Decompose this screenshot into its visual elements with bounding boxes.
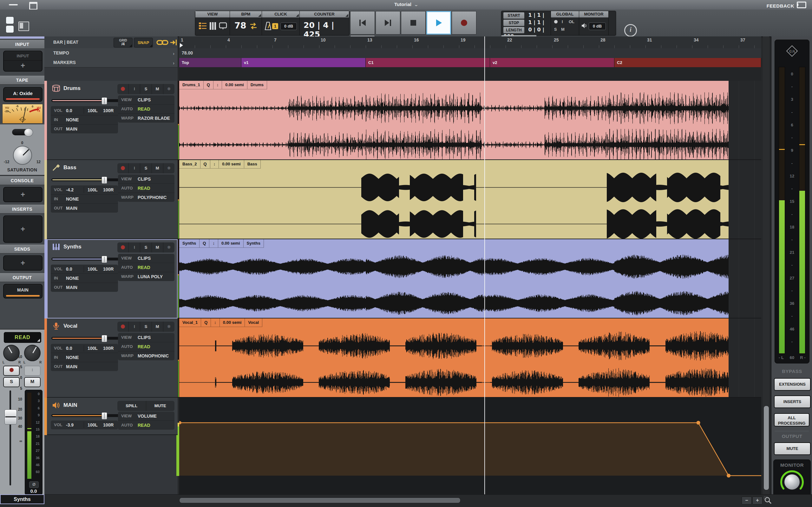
- mixer-list-icon[interactable]: [199, 22, 207, 30]
- view-row[interactable]: AUTOREAD: [118, 342, 174, 351]
- clip-take-name[interactable]: Bass: [244, 160, 261, 168]
- automation-mode-button[interactable]: READ: [4, 332, 41, 343]
- follow-playhead-icon[interactable]: [170, 39, 177, 46]
- automation-breakpoint[interactable]: [697, 421, 700, 425]
- add-console-button[interactable]: +: [3, 187, 43, 202]
- clip-quantize[interactable]: Q: [200, 160, 210, 168]
- mute-button[interactable]: M: [152, 322, 163, 332]
- volume-slider[interactable]: [51, 99, 128, 102]
- audio-clip-vocal[interactable]: Vocal_1Q↕0.00 semiVocal: [179, 319, 728, 397]
- clip-title[interactable]: Synths: [179, 239, 200, 247]
- io-row[interactable]: VOL0.0100L100R: [51, 344, 118, 353]
- track-header-drums[interactable]: DrumsISM❄VOL0.0100L100RINNONEOUTMAINVIEW…: [47, 81, 177, 160]
- view-row[interactable]: VIEWCLIPS: [118, 175, 174, 184]
- clip-quantize[interactable]: Q: [201, 319, 211, 327]
- input-monitor-button[interactable]: I: [129, 242, 140, 252]
- count-in-badge[interactable]: 1: [272, 23, 278, 29]
- global-input-toggle[interactable]: I: [562, 19, 563, 24]
- pan-knob-right[interactable]: [24, 345, 41, 361]
- record-arm-button[interactable]: [117, 322, 129, 332]
- mute-button[interactable]: M: [152, 163, 163, 173]
- output-mute-button[interactable]: MUTE: [774, 442, 811, 455]
- view-row[interactable]: VIEWVOLUME: [118, 412, 174, 421]
- track-lane-bass[interactable]: Bass_2Q↕0.00 semiBass: [179, 160, 761, 239]
- track-lane-drums[interactable]: Drums_1Q↕0.00 semiDrums: [179, 81, 761, 160]
- marker-segment[interactable]: v2: [490, 58, 614, 67]
- clip-pitch-value[interactable]: 0.00 semi: [220, 319, 245, 327]
- track-header-synths[interactable]: SynthsISM❄VOL0.0100L100RINNONEOUTMAINVIE…: [47, 239, 177, 319]
- marker-segment[interactable]: v1: [241, 58, 366, 67]
- main-automation-lane[interactable]: [179, 398, 761, 494]
- clip-pitch-value[interactable]: 0.00 semi: [219, 160, 244, 168]
- bypass-extensions-button[interactable]: EXTENSIONS: [774, 378, 811, 391]
- marker-lane[interactable]: Topv1C1v2C2: [179, 58, 761, 67]
- clip-take-name[interactable]: Synths: [244, 239, 264, 247]
- input-monitor-button[interactable]: I: [24, 366, 41, 376]
- freeze-button[interactable]: ❄: [163, 242, 174, 252]
- view-row[interactable]: WARPRAZOR BLADE: [118, 114, 174, 123]
- tempo-row[interactable]: TEMPO›: [44, 48, 177, 58]
- go-to-start-button[interactable]: [350, 11, 375, 35]
- info-button[interactable]: i: [624, 24, 637, 37]
- view-row[interactable]: WARPLUNA POLY: [118, 272, 174, 281]
- global-solo-toggle[interactable]: S: [554, 27, 557, 32]
- mute-button[interactable]: M: [24, 377, 41, 387]
- io-row[interactable]: INNONE: [51, 353, 118, 362]
- play-button[interactable]: [426, 11, 451, 35]
- mute-button[interactable]: M: [152, 242, 163, 252]
- clip-pitch-icon[interactable]: ↕: [211, 319, 220, 327]
- tape-machine-button[interactable]: A: Oxide: [3, 87, 43, 102]
- add-send-button[interactable]: +: [3, 256, 43, 271]
- marker-segment[interactable]: C1: [366, 58, 490, 67]
- volume-slider[interactable]: [51, 337, 128, 340]
- io-row[interactable]: INNONE: [51, 115, 118, 124]
- io-row[interactable]: VOL0.0100L100R: [51, 106, 118, 115]
- view-row[interactable]: AUTOREAD: [118, 105, 174, 114]
- track-header-main[interactable]: MAINSPILLMUTEVOL-3.9100L100RVIEWVOLUMEAU…: [47, 398, 177, 435]
- click-level-display[interactable]: 0 dB: [281, 22, 297, 30]
- io-row[interactable]: INNONE: [51, 274, 118, 283]
- playhead[interactable]: [484, 37, 485, 494]
- mixer-strips-icon[interactable]: [209, 22, 216, 30]
- io-row[interactable]: VOL-3.9100L100R: [51, 420, 118, 429]
- clip-quantize[interactable]: Q: [200, 239, 209, 247]
- io-row[interactable]: OUTMAIN: [51, 362, 118, 371]
- view-row[interactable]: VIEWCLIPS: [118, 333, 174, 342]
- clip-quantize[interactable]: Q: [204, 81, 213, 89]
- play-start-marker[interactable]: [180, 43, 183, 48]
- io-row[interactable]: VOL-4.2100L100R: [51, 185, 118, 194]
- clip-title[interactable]: Drums_1: [179, 81, 204, 89]
- view-row[interactable]: WARPMONOPHONIC: [118, 351, 174, 360]
- solo-button[interactable]: S: [140, 163, 151, 173]
- automation-breakpoint[interactable]: [727, 474, 730, 477]
- view-row[interactable]: VIEWCLIPS: [118, 95, 174, 105]
- freeze-button[interactable]: ❄: [163, 84, 174, 94]
- track-header-bass[interactable]: BassISM❄VOL-4.2100L100RINNONEOUTMAINVIEW…: [47, 160, 177, 239]
- menu-square-icon[interactable]: [6, 25, 14, 33]
- zoom-tool-icon[interactable]: [764, 496, 772, 504]
- record-arm-button[interactable]: [117, 163, 129, 173]
- input-monitor-button[interactable]: I: [129, 163, 140, 173]
- bypass-inserts-button[interactable]: INSERTS: [774, 395, 811, 408]
- global-dot-icon[interactable]: [554, 20, 558, 23]
- io-row[interactable]: OUTMAIN: [51, 283, 118, 292]
- track-lane-synths[interactable]: SynthsQ↕0.00 semiSynths: [179, 239, 761, 319]
- zoom-out-button[interactable]: −: [742, 497, 752, 504]
- clip-pitch-icon[interactable]: ↕: [213, 81, 222, 89]
- io-row[interactable]: INNONE: [51, 194, 118, 204]
- marker-segment[interactable]: Top: [179, 58, 241, 67]
- clip-pitch-value[interactable]: 0.00 semi: [222, 81, 247, 89]
- global-mute-toggle[interactable]: M: [561, 27, 565, 32]
- menu-square-icon[interactable]: [6, 16, 14, 24]
- input-monitor-button[interactable]: I: [129, 322, 140, 332]
- input-monitor-button[interactable]: I: [129, 84, 140, 94]
- volume-slider[interactable]: [51, 258, 128, 261]
- audio-clip-bass[interactable]: Bass_2Q↕0.00 semiBass: [179, 160, 728, 239]
- volume-slider[interactable]: [51, 414, 128, 417]
- saturation-knob[interactable]: [13, 146, 32, 165]
- mute-button[interactable]: M: [152, 84, 163, 94]
- markers-row[interactable]: MARKERS›: [44, 58, 177, 67]
- display-icon[interactable]: [219, 22, 227, 30]
- clip-pitch-icon[interactable]: ↕: [210, 160, 219, 168]
- audio-clip-drums[interactable]: Drums_1Q↕0.00 semiDrums: [179, 81, 728, 159]
